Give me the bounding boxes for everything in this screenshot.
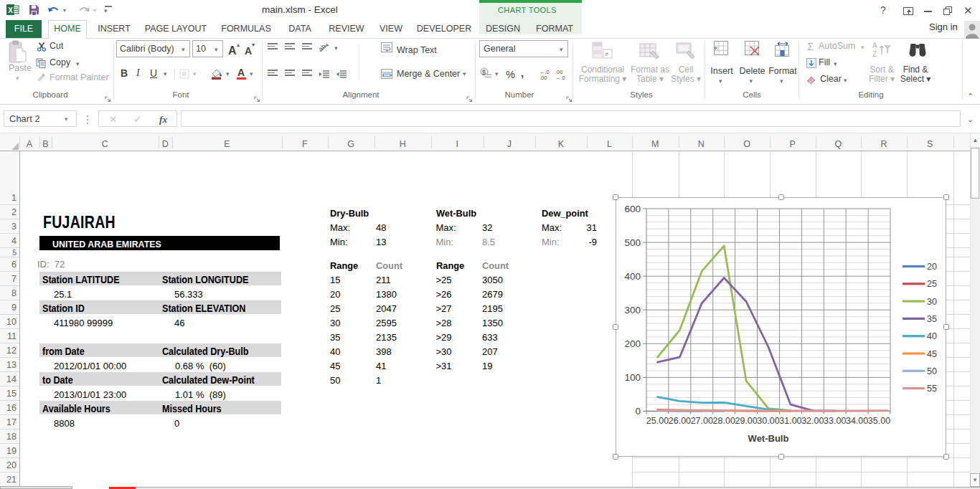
svg-text:31.00: 31.00: [779, 416, 801, 426]
svg-text:Z: Z: [872, 50, 877, 58]
svg-text:33.00: 33.00: [824, 416, 846, 426]
svg-text:.00: .00: [540, 75, 547, 80]
svg-text:50: 50: [927, 366, 937, 376]
svg-text:→.0: →.0: [555, 75, 565, 80]
svg-text:30: 30: [927, 297, 937, 307]
svg-text:20: 20: [927, 262, 937, 272]
svg-text:35: 35: [927, 314, 937, 324]
svg-text:28.00: 28.00: [713, 416, 735, 426]
svg-text:≠: ≠: [605, 50, 609, 58]
svg-text:25: 25: [927, 279, 937, 289]
svg-text:45: 45: [927, 349, 937, 359]
svg-text:Wet-Bulb: Wet-Bulb: [748, 433, 789, 444]
svg-text:A: A: [872, 42, 877, 49]
svg-text:34.00: 34.00: [846, 416, 868, 426]
svg-text:29.00: 29.00: [735, 416, 757, 426]
svg-text:300: 300: [624, 305, 641, 315]
svg-text:200: 200: [624, 338, 641, 349]
svg-text:400: 400: [624, 271, 641, 282]
svg-text:32.00: 32.00: [801, 416, 824, 426]
svg-text:30.00: 30.00: [757, 416, 779, 426]
svg-text:500: 500: [624, 237, 641, 248]
svg-text:26.00: 26.00: [669, 416, 691, 426]
svg-text:40: 40: [927, 331, 937, 341]
svg-text:35.00: 35.00: [868, 416, 890, 426]
svg-text:100: 100: [624, 372, 641, 383]
svg-text:0: 0: [635, 406, 641, 417]
svg-text:ab: ab: [319, 43, 327, 53]
svg-text:27.00: 27.00: [691, 416, 713, 426]
svg-text:25.00: 25.00: [646, 416, 669, 426]
svg-text:X: X: [8, 6, 13, 14]
svg-text:55: 55: [927, 384, 937, 394]
svg-text:600: 600: [624, 204, 641, 214]
